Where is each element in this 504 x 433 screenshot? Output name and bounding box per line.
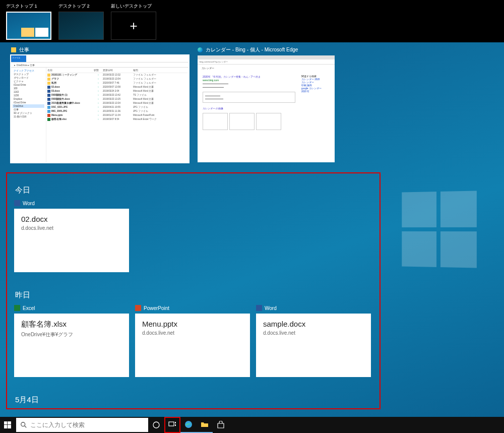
svg-point-4 [21, 422, 25, 426]
taskbar-edge[interactable] [180, 417, 197, 433]
search-placeholder: ここに入力して検索 [30, 421, 85, 429]
timeline-heading-today: 今日 [15, 185, 371, 195]
edge-icon [184, 420, 193, 428]
vd-label-1: デスクトップ 1 [6, 3, 53, 10]
windows-icon [4, 421, 11, 428]
virtual-desktop-2[interactable] [58, 12, 104, 40]
file-name: 02.docx [21, 215, 122, 223]
svg-point-6 [153, 422, 159, 428]
timeline-card[interactable]: PowerPoint Menu.pptx d.docs.live.net [135, 305, 250, 377]
plus-icon: + [130, 18, 137, 34]
taskbar-store[interactable] [213, 417, 229, 433]
svg-rect-3 [8, 425, 11, 428]
desktop-windows-logo [402, 191, 477, 268]
explorer-sidebar: クイック アクセス デスクトップ ダウンロード ピクチャ iCloud Driv… [11, 68, 46, 162]
file-source: OneDrive¥仕事¥グラフ [21, 331, 122, 338]
window-title: 仕事 [19, 46, 29, 53]
edge-address: bing.com/search?q=カレンダー [198, 59, 335, 65]
word-icon [14, 200, 20, 206]
excel-icon [14, 305, 20, 311]
app-label: PowerPoint [144, 305, 169, 311]
open-window-edge[interactable]: カレンダー - Bing - 個人 - Microsoft Edge bing.… [198, 46, 335, 162]
search-input[interactable]: ここに入力して検索 [16, 418, 148, 432]
timeline-card[interactable]: Excel 顧客名簿.xlsx OneDrive¥仕事¥グラフ [14, 305, 129, 377]
word-icon [256, 305, 262, 311]
file-source: d.docs.live.net [21, 225, 122, 231]
cortana-button[interactable] [148, 417, 164, 433]
virtual-desktop-1[interactable] [6, 12, 51, 40]
svg-rect-2 [4, 425, 7, 428]
store-icon [217, 421, 225, 429]
powerpoint-icon [135, 305, 141, 311]
edge-icon [198, 47, 203, 52]
svg-rect-8 [175, 422, 176, 423]
folder-icon [201, 420, 209, 428]
explorer-tab: ファイル [11, 55, 26, 62]
app-label: Excel [23, 305, 35, 311]
file-name: Menu.pptx [142, 320, 243, 328]
virtual-desktop-strip: デスクトップ 1 デスクトップ 2 新しいデスクトップ + [0, 0, 504, 42]
explorer-file-list: 名前状態 更新日時種類 20181101 ミーティング○2019/03/23 1… [46, 68, 188, 162]
timeline-heading-yesterday: 昨日 [15, 290, 371, 300]
svg-rect-1 [8, 421, 11, 424]
app-label: Word [23, 201, 35, 206]
file-name: 顧客名簿.xlsx [21, 320, 122, 329]
vd-label-new: 新しいデスクトップ [111, 3, 158, 10]
vd-label-2: デスクトップ 2 [58, 3, 106, 10]
open-window-explorer[interactable]: 仕事 ファイル ▸ OneDrive ▸ 仕事 クイック アクセス デスクトップ… [11, 46, 188, 162]
task-view-icon [168, 420, 176, 428]
timeline-card[interactable]: Word sample.docx d.docs.live.net [256, 305, 371, 377]
search-icon [20, 421, 27, 428]
timeline-panel: 今日 Word 02.docx d.docs.live.net 昨日 Excel… [6, 172, 381, 409]
svg-line-5 [25, 426, 27, 428]
circle-icon [152, 421, 160, 429]
svg-rect-0 [4, 421, 7, 424]
svg-rect-7 [169, 422, 174, 426]
taskbar: ここに入力して検索 [0, 417, 504, 433]
task-view-button[interactable] [164, 417, 180, 433]
app-label: Word [265, 305, 277, 311]
timeline-card[interactable]: Word 02.docx d.docs.live.net [14, 200, 129, 272]
file-source: d.docs.live.net [142, 330, 243, 336]
svg-rect-9 [175, 424, 176, 426]
timeline-heading-may4: 5月4日 [15, 395, 371, 405]
file-name: sample.docx [263, 320, 364, 328]
file-source: d.docs.live.net [263, 330, 364, 336]
start-button[interactable] [0, 417, 15, 433]
taskbar-explorer[interactable] [197, 417, 213, 433]
new-desktop-button[interactable]: + [111, 12, 156, 40]
explorer-address: ▸ OneDrive ▸ 仕事 [11, 63, 188, 68]
window-title: カレンダー - Bing - 個人 - Microsoft Edge [206, 46, 298, 53]
folder-icon [11, 47, 16, 52]
